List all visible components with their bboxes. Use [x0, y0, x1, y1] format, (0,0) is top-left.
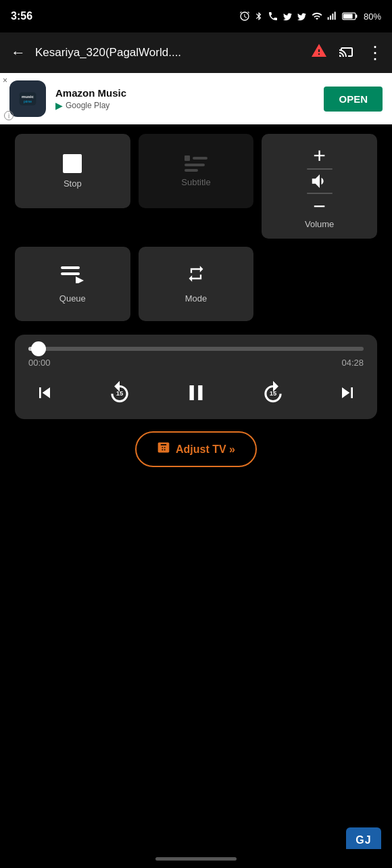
ad-info-button[interactable]: i: [4, 111, 14, 120]
home-indicator: [155, 857, 237, 861]
svg-marker-12: [76, 276, 84, 283]
volume-minus-button[interactable]: −: [313, 194, 326, 219]
svg-text:15: 15: [116, 389, 123, 397]
signal-icon: [327, 11, 338, 22]
ad-open-button[interactable]: OPEN: [324, 87, 383, 112]
progress-bar[interactable]: [28, 347, 364, 351]
forward-15-button[interactable]: 15: [260, 380, 286, 406]
more-options-icon[interactable]: ⋮: [366, 43, 384, 64]
time-row: 00:00 04:28: [28, 358, 364, 368]
status-bar: 3:56 80%: [0, 0, 392, 32]
ad-store-name: ▶ Google Play: [55, 100, 314, 111]
svg-rect-5: [356, 15, 357, 18]
subtitle-label: Subtitle: [181, 177, 210, 187]
nav-bar: [0, 849, 392, 868]
main-content: Stop Subtitle +: [0, 124, 392, 477]
top-bar-icons: ⋮: [311, 43, 384, 64]
svg-text:music: music: [22, 94, 34, 99]
twitter-icon1: [283, 11, 293, 22]
mode-icon: [185, 264, 207, 288]
status-icons: 80%: [239, 11, 381, 22]
queue-button[interactable]: Queue: [15, 247, 130, 321]
previous-button[interactable]: [34, 382, 55, 404]
remote-icon: [157, 441, 170, 458]
top-bar: ← Kesariya_320(PagalWorld.... ⋮: [0, 32, 392, 73]
svg-text:15: 15: [269, 389, 276, 397]
ad-banner: × music prime Amazon Music ▶ Google Play…: [0, 73, 392, 124]
volume-label: Volume: [305, 219, 334, 229]
svg-rect-3: [335, 11, 336, 20]
queue-icon: [61, 264, 84, 288]
svg-rect-10: [61, 266, 80, 269]
battery-percent: 80%: [364, 11, 381, 22]
progress-knob[interactable]: [31, 341, 46, 356]
alarm-icon: [239, 11, 250, 22]
svg-rect-6: [343, 14, 353, 18]
next-button[interactable]: [337, 382, 358, 404]
adjust-tv-label: Adjust TV »: [176, 443, 235, 456]
ad-close-button[interactable]: ×: [3, 76, 7, 85]
volume-icon: [310, 171, 330, 191]
back-button[interactable]: ←: [8, 41, 28, 64]
google-play-icon: ▶: [55, 100, 63, 111]
stop-icon: [63, 154, 82, 173]
mode-button[interactable]: Mode: [139, 247, 254, 321]
warning-icon[interactable]: [311, 43, 327, 63]
queue-label: Queue: [59, 293, 86, 304]
amazon-music-logo-icon: music prime: [18, 91, 37, 106]
ad-app-name: Amazon Music: [55, 87, 314, 99]
adjust-tv-button[interactable]: Adjust TV »: [135, 431, 257, 467]
svg-rect-1: [330, 16, 331, 20]
pause-button[interactable]: [183, 380, 209, 406]
phone-icon: [268, 11, 278, 22]
player-controls: 15 15: [28, 380, 364, 406]
bluetooth-icon: [254, 11, 264, 22]
ad-logo: music prime: [9, 80, 46, 117]
cast-icon[interactable]: [338, 43, 356, 63]
mode-label: Mode: [185, 293, 207, 304]
current-time: 00:00: [28, 358, 51, 368]
rewind-15-button[interactable]: 15: [107, 380, 132, 406]
wifi-icon: [311, 11, 323, 22]
svg-rect-0: [328, 17, 329, 20]
svg-rect-2: [332, 14, 333, 20]
svg-rect-11: [61, 272, 80, 275]
stop-button[interactable]: Stop: [15, 134, 130, 208]
ad-text: Amazon Music ▶ Google Play: [55, 87, 314, 111]
subtitle-button[interactable]: Subtitle: [139, 134, 254, 208]
volume-control[interactable]: + − Volume: [262, 134, 377, 239]
page-title: Kesariya_320(PagalWorld....: [35, 46, 304, 59]
svg-text:prime: prime: [24, 100, 32, 103]
status-time: 3:56: [11, 10, 32, 22]
total-time: 04:28: [341, 358, 364, 368]
player-card: 00:00 04:28 15: [15, 335, 377, 419]
battery-icon: [342, 11, 358, 22]
subtitle-icon: [185, 155, 207, 172]
stop-label: Stop: [64, 178, 82, 189]
twitter-icon2: [297, 11, 307, 22]
volume-plus-button[interactable]: +: [313, 143, 326, 168]
